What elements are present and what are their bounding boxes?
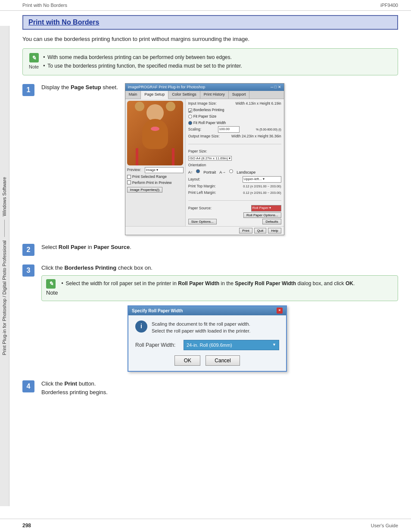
screenshot-window: imagePROGRAF Print Plug-In for Photoshop… (125, 83, 284, 235)
step-1-content: Display the Page Setup sheet. imagePROGR… (41, 83, 398, 235)
screenshot-footer: Print Quit Help (125, 226, 284, 235)
preview-select[interactable]: Image ▾ (145, 167, 184, 173)
tab-support[interactable]: Support (229, 91, 250, 99)
footer-right: User's Guide (371, 523, 398, 528)
step-2-bold1: Roll Paper (59, 244, 86, 250)
step-3-note-label: ✎ Note (46, 279, 58, 297)
help-button-screenshot[interactable]: Help (268, 228, 281, 233)
screenshot-title: imagePROGRAF Print Plug-In for Photoshop (128, 84, 206, 90)
step-2-content: Select Roll Paper in Paper Source. (41, 243, 398, 252)
step-3-number: 3 (22, 264, 34, 277)
step-3: 3 Click the Borderless Printing check bo… (22, 264, 398, 372)
roll-paper-width-bold: Roll Paper Width (178, 280, 219, 286)
portrait-radio[interactable] (196, 169, 200, 173)
landscape-icon: A→ (219, 169, 226, 175)
perform-print-check[interactable] (127, 180, 131, 184)
dialog-info-row: i Scaling the document to fit the roll p… (135, 320, 279, 335)
landscape-label: Landscape (237, 169, 255, 175)
roll-paper-width-select[interactable]: 24-in. Roll (609.6mm) ▼ (184, 340, 279, 351)
step-4: 4 Click the Print button. Borderless pri… (22, 380, 398, 396)
note-label: ✎ Note (29, 53, 39, 71)
bottom-bar: 298 User's Guide (0, 519, 411, 532)
step-1-layout: Display the Page Setup sheet. imagePROGR… (41, 83, 398, 235)
paper-source-label: Paper Source: (188, 205, 212, 212)
dialog-ok-button[interactable]: OK (174, 355, 200, 366)
dialog-cancel-button[interactable]: Cancel (206, 355, 240, 366)
paper-size-label: Paper Size: (188, 149, 207, 155)
dialog-buttons: OK Cancel (135, 355, 279, 366)
sidebar-bottom-label: Print Plug-in for Photoshop / Digital Ph… (1, 240, 8, 355)
scaling-input[interactable]: 100.00 (218, 126, 240, 133)
dialog-close-button[interactable]: × (277, 308, 283, 314)
print-left-label: Print Left Margin: (188, 190, 216, 196)
print-selected-range-label: Print Selected Range (132, 174, 167, 180)
roll-paper-width-value: 24-in. Roll (609.6mm) (187, 342, 232, 349)
step-2-number: 2 (22, 244, 34, 256)
tab-print-history[interactable]: Print History (200, 91, 229, 99)
teddy-bear-image (127, 101, 183, 165)
quit-button-screenshot[interactable]: Quit (254, 228, 267, 233)
defaults-button[interactable]: Defaults (262, 219, 281, 224)
preview-label: Preview: (127, 167, 141, 173)
layout-select[interactable]: Upper-left... ▾ (243, 176, 281, 183)
tab-color-settings[interactable]: Color Settings (168, 91, 200, 99)
sidebar-top-label: Windows Software (1, 177, 8, 216)
step-3-note: ✎ Note Select the width for roll paper s… (41, 275, 398, 301)
perform-print-label: Perform Print in Preview (132, 180, 172, 186)
dialog-titlebar: Specify Roll Paper Width × (128, 306, 286, 315)
output-size-label: Output Image Size: (188, 134, 220, 140)
step-2: 2 Select Roll Paper in Paper Source. (22, 243, 398, 256)
print-selected-range-check[interactable] (127, 175, 131, 179)
step-4-sub: Borderless printing begins. (41, 389, 108, 395)
tab-main[interactable]: Main (125, 91, 141, 99)
section-title-box: Print with No Borders (22, 15, 398, 30)
screenshot-left-panel: Preview: Image ▾ Print Selected Range (125, 99, 186, 226)
layout-label: Layout: (188, 177, 200, 183)
tab-page-setup[interactable]: Page Setup (141, 91, 168, 99)
dialog-body: i Scaling the document to fit the roll p… (128, 315, 286, 371)
landscape-radio[interactable] (229, 169, 233, 173)
step-2-bold2: Paper Source (93, 244, 130, 250)
paper-size-select[interactable]: ISO A4 (8.27in x 11.69in) ▾ (188, 156, 232, 161)
intro-text: You can use the borderless printing func… (22, 36, 398, 42)
section-title: Print with No Borders (28, 19, 392, 26)
input-image-size-value: Width 4.13in x Height 6.19in (235, 101, 281, 107)
orientation-label: Orientation (188, 162, 206, 168)
info-icon: i (135, 320, 147, 333)
dialog-info-line2: Select the roll paper width loaded in th… (152, 327, 250, 335)
scaling-label: Scaling: (188, 127, 201, 133)
step-3-note-icon: ✎ (46, 279, 56, 289)
dialog-title: Specify Roll Paper Width (132, 308, 183, 314)
note-word: Note (29, 64, 39, 69)
sidebar-divider (4, 220, 5, 237)
dialog-info-text: Scaling the document to fit the roll pap… (152, 320, 250, 335)
paper-source-select[interactable]: Roll Paper ▾ (251, 205, 281, 212)
roll-paper-options-button[interactable]: Roll Paper Options... (243, 212, 281, 218)
input-image-size-label: Input Image Size: (188, 101, 217, 107)
screenshot-titlebar: imagePROGRAF Print Plug-In for Photoshop… (125, 84, 284, 91)
borderless-check[interactable]: ✓ (188, 109, 192, 112)
main-content: Print with No Borders You can use the bo… (9, 11, 411, 417)
divider-1 (188, 144, 281, 144)
specify-roll-paper-bold: Specify Roll Paper Width (235, 280, 296, 286)
dialog-info-line1: Scaling the document to fit the roll pap… (152, 320, 250, 328)
sidebar: Windows Software Print Plug-in for Photo… (0, 26, 9, 506)
scaling-range: % (5.00-600.00) (I) (256, 127, 281, 132)
fit-paper-radio[interactable] (188, 115, 192, 118)
step-1-text: Display the Page Setup sheet. (41, 83, 118, 235)
screenshot-tabs[interactable]: Main Page Setup Color Settings Print His… (125, 91, 284, 99)
fit-roll-radio[interactable] (188, 121, 192, 125)
size-options-button[interactable]: Size Options... (188, 219, 217, 224)
image-properties-button[interactable]: Image Properties(I) (127, 187, 162, 193)
print-button-screenshot[interactable]: Print (239, 228, 252, 233)
print-left-value: 0.12 (n 2/291.00 ~ 203.00) (243, 190, 281, 196)
step-4-number: 4 (22, 380, 34, 392)
fit-roll-label: Fit Roll Paper Width (193, 120, 226, 126)
note-item-1: With some media borderless printing can … (43, 53, 242, 62)
fit-paper-label: Fit Paper Size (193, 114, 216, 120)
step-1-screenshot: imagePROGRAF Print Plug-In for Photoshop… (125, 83, 398, 235)
top-right-label: iPF9400 (380, 3, 398, 8)
step-3-content: Click the Borderless Printing check box … (41, 264, 398, 372)
specify-roll-paper-dialog: Specify Roll Paper Width × i Scaling the… (128, 305, 287, 372)
top-left-label: Print with No Borders (22, 3, 67, 8)
